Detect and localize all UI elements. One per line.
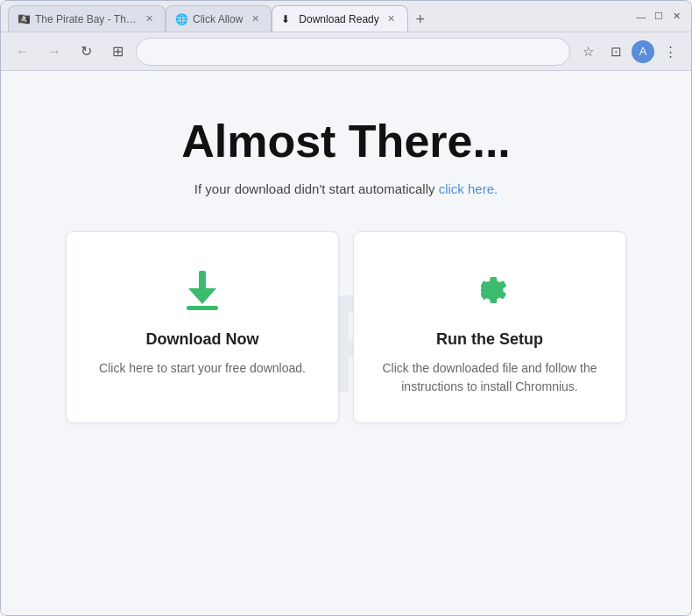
run-setup-card[interactable]: Run the Setup Click the downloaded file … [353, 231, 626, 423]
back-button[interactable]: ← [10, 39, 36, 65]
tab-close-downloadready[interactable]: ✕ [385, 12, 399, 26]
maximize-button[interactable]: ☐ [651, 9, 667, 25]
nav-right-icons: ☆ ⊡ A ⋮ [575, 39, 682, 64]
tab-close-piratebay[interactable]: ✕ [142, 12, 156, 26]
content-wrapper: Almost There... If your download didn't … [1, 71, 691, 450]
nav-bar: ← → ↻ ⊞ ☆ ⊡ A ⋮ [1, 32, 691, 71]
extensions-button[interactable]: ⊞ [104, 39, 131, 65]
gear-icon [463, 264, 516, 316]
extensions-panel-button[interactable]: ⊡ [604, 39, 628, 64]
address-bar[interactable] [136, 38, 570, 66]
tab-favicon-piratebay: 🏴‍☠️ [18, 13, 30, 25]
run-setup-desc: Click the downloaded file and follow the… [380, 359, 599, 396]
tab-piratebay[interactable]: 🏴‍☠️ The Pirate Bay - The galaxy's m... … [8, 5, 166, 32]
cards-row: Download Now Click here to start your fr… [66, 231, 626, 423]
tabs-row: 🏴‍☠️ The Pirate Bay - The galaxy's m... … [8, 1, 626, 32]
reload-button[interactable]: ↻ [73, 39, 99, 65]
svg-marker-1 [188, 288, 216, 304]
tab-title-clickallow: Click Allow [193, 13, 243, 25]
tab-favicon-downloadready: ⬇ [281, 13, 293, 25]
subtitle-text: If your download didn't start automatica… [194, 181, 439, 196]
svg-rect-2 [187, 306, 218, 310]
tab-favicon-clickallow: 🌐 [175, 13, 187, 25]
title-bar: 🏴‍☠️ The Pirate Bay - The galaxy's m... … [1, 1, 691, 32]
browser-window: 🏴‍☠️ The Pirate Bay - The galaxy's m... … [0, 0, 692, 616]
tab-title-downloadready: Download Ready [299, 13, 378, 25]
main-title: Almost There... [181, 115, 511, 167]
bookmark-button[interactable]: ☆ [575, 39, 600, 64]
subtitle: If your download didn't start automatica… [194, 181, 498, 196]
download-icon [176, 264, 229, 316]
close-button[interactable]: ✕ [668, 9, 684, 25]
window-controls: — ☐ ✕ [633, 9, 684, 25]
page-content: OFF Almost There... If your download did… [1, 71, 691, 615]
click-here-link[interactable]: click here. [439, 181, 498, 196]
download-now-desc: Click here to start your free download. [99, 359, 306, 378]
tab-close-clickallow[interactable]: ✕ [248, 12, 262, 26]
profile-avatar[interactable]: A [632, 40, 654, 63]
new-tab-button[interactable]: + [408, 7, 433, 32]
menu-button[interactable]: ⋮ [658, 39, 682, 64]
download-now-title: Download Now [146, 330, 259, 349]
download-now-card[interactable]: Download Now Click here to start your fr… [66, 231, 339, 423]
tab-downloadready[interactable]: ⬇ Download Ready ✕ [272, 5, 407, 32]
tab-title-piratebay: The Pirate Bay - The galaxy's m... [35, 13, 137, 25]
run-setup-title: Run the Setup [436, 330, 543, 349]
svg-rect-0 [199, 271, 206, 290]
forward-button[interactable]: → [41, 39, 67, 65]
tab-clickallow[interactable]: 🌐 Click Allow ✕ [166, 5, 272, 32]
minimize-button[interactable]: — [633, 9, 649, 25]
